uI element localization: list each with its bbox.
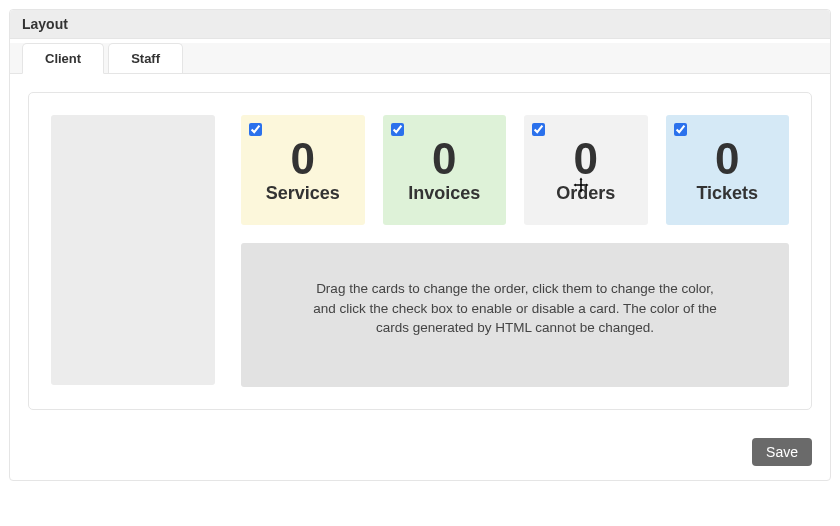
card-services[interactable]: 0 Services: [241, 115, 365, 225]
tabs: Client Staff: [22, 43, 818, 73]
card-services-label: Services: [266, 183, 340, 204]
card-orders-value: 0: [574, 137, 598, 181]
layout-panel: Layout Client Staff 0 Services 0: [9, 9, 831, 481]
panel-title: Layout: [10, 10, 830, 39]
card-services-value: 0: [291, 137, 315, 181]
tab-client[interactable]: Client: [22, 43, 104, 74]
panel-body: 0 Services 0 Invoices 0 Orders: [10, 74, 830, 428]
card-invoices[interactable]: 0 Invoices: [383, 115, 507, 225]
card-tickets-value: 0: [715, 137, 739, 181]
card-tickets-label: Tickets: [696, 183, 758, 204]
card-invoices-value: 0: [432, 137, 456, 181]
tab-staff[interactable]: Staff: [108, 43, 183, 73]
card-invoices-checkbox[interactable]: [391, 123, 404, 136]
card-orders-label: Orders: [556, 183, 615, 204]
instructions-text: Drag the cards to change the order, clic…: [305, 279, 725, 338]
instructions-box: Drag the cards to change the order, clic…: [241, 243, 789, 387]
card-tickets[interactable]: 0 Tickets: [666, 115, 790, 225]
card-invoices-label: Invoices: [408, 183, 480, 204]
save-button[interactable]: Save: [752, 438, 812, 466]
card-services-checkbox[interactable]: [249, 123, 262, 136]
card-orders-checkbox[interactable]: [532, 123, 545, 136]
footer-actions: Save: [10, 428, 830, 480]
card-tickets-checkbox[interactable]: [674, 123, 687, 136]
cards-row: 0 Services 0 Invoices 0 Orders: [241, 115, 789, 225]
tabs-bar: Client Staff: [10, 43, 830, 74]
right-column: 0 Services 0 Invoices 0 Orders: [241, 115, 789, 387]
sidebar-placeholder[interactable]: [51, 115, 215, 385]
card-orders[interactable]: 0 Orders: [524, 115, 648, 225]
layout-box: 0 Services 0 Invoices 0 Orders: [28, 92, 812, 410]
